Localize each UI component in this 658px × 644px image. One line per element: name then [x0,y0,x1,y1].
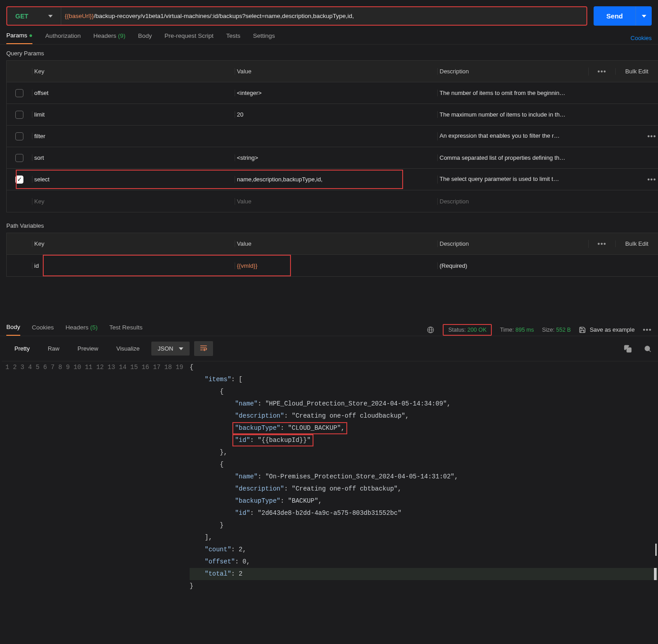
text-cursor [654,568,657,580]
param-value[interactable]: <integer> [235,90,437,96]
url-row: GET {{baseUrl}}/backup-recovery/v1beta1/… [6,6,587,26]
http-method-label: GET [15,13,28,20]
param-desc[interactable]: An expression that enables you to filter… [440,132,644,140]
row-checkbox[interactable] [15,154,23,162]
col-key: Key [32,68,235,75]
response-tab-strip: Body Cookies Headers (5) Test Results St… [0,317,658,336]
col-value: Value [235,240,437,247]
param-value[interactable]: <string> [235,154,437,161]
chevron-down-icon [642,15,646,18]
param-key[interactable]: offset [32,90,235,96]
chevron-down-icon [48,15,53,18]
more-icon[interactable]: ••• [598,240,607,248]
status-pair: Status: 200 OK [443,324,492,336]
col-value: Value [235,68,437,75]
url-input[interactable]: {{baseUrl}}/backup-recovery/v1beta1/virt… [61,7,587,25]
new-value[interactable]: Value [235,198,437,205]
view-preview[interactable]: Preview [69,341,106,356]
scrollbar-caret[interactable] [655,544,657,556]
save-as-example-button[interactable]: Save as example [579,326,635,333]
response-view-strip: Pretty Raw Preview Visualize JSON [0,336,658,361]
param-desc[interactable]: The maximum number of items to include i… [437,111,658,118]
request-tab-strip: Params ● Authorization Headers (9) Body … [0,26,658,45]
col-description: Description [437,240,588,247]
send-button[interactable]: Send [594,6,635,26]
more-icon[interactable]: ••• [647,176,656,184]
tab-authorization[interactable]: Authorization [45,32,81,44]
table-header: Key Value Description ••• Bulk Edit [7,233,658,255]
svg-line-3 [649,350,651,352]
new-key[interactable]: Key [32,198,235,205]
table-row: filter An expression that enables you to… [7,126,658,147]
param-key[interactable]: select [32,176,235,183]
svg-rect-1 [627,347,631,352]
table-row: sort <string> Comma separated list of pr… [7,147,658,169]
path-variables-table: Key Value Description ••• Bulk Edit id {… [6,233,658,277]
view-pretty[interactable]: Pretty [6,341,38,356]
path-variables-title: Path Variables [0,212,658,233]
param-desc-wrap: The select query parameter is used to li… [437,176,658,184]
response-body-viewer[interactable]: 1 2 3 4 5 6 7 8 9 10 11 12 13 14 15 16 1… [0,361,658,592]
bulk-edit-link[interactable]: Bulk Edit [615,68,658,75]
tab-headers[interactable]: Headers (9) [93,32,125,44]
row-checkbox[interactable] [15,132,23,140]
pathvar-desc[interactable]: (Required) [437,262,658,269]
pathvar-value[interactable]: {{vmId}} [235,262,437,269]
row-checkbox[interactable]: ✓ [15,176,23,184]
param-value[interactable]: name,description,backupType,id, [235,176,437,183]
row-checkbox[interactable] [15,89,23,97]
cookies-link[interactable]: Cookies [631,35,652,41]
resp-tab-body[interactable]: Body [6,324,20,336]
line-gutter: 1 2 3 4 5 6 7 8 9 10 11 12 13 14 15 16 1… [2,361,190,592]
format-select[interactable]: JSON [151,342,190,356]
view-visualize[interactable]: Visualize [108,341,148,356]
col-description: Description [437,68,588,75]
wrap-button[interactable] [194,341,213,356]
resp-tab-cookies[interactable]: Cookies [32,324,54,335]
table-row-new: Key Value Description [7,190,658,212]
resp-tab-tests[interactable]: Test Results [109,324,143,335]
new-desc[interactable]: Description [437,198,658,205]
param-value[interactable]: 20 [235,111,437,118]
send-dropdown-button[interactable] [635,6,652,26]
more-icon[interactable]: ••• [598,68,607,76]
param-desc[interactable]: Comma separated list of properties defin… [437,154,658,161]
table-row: id {{vmId}} (Required) [7,255,658,276]
query-params-title: Query Params [0,45,658,60]
view-raw[interactable]: Raw [40,341,68,356]
param-desc[interactable]: The select query parameter is used to li… [440,176,644,184]
tab-params[interactable]: Params ● [6,32,32,44]
param-key[interactable]: filter [32,133,235,140]
url-path: /backup-recovery/v1beta1/virtual-machine… [94,13,354,19]
tab-body[interactable]: Body [138,32,152,44]
table-row: ✓ select name,description,backupType,id,… [7,169,658,190]
code-body: { "items": [ { "name": "HPE_Cloud_Protec… [190,361,658,592]
resp-tab-headers[interactable]: Headers (5) [66,324,98,335]
send-button-group: Send [594,6,652,26]
time-pair: Time: 895 ms [500,327,534,333]
tab-prerequest[interactable]: Pre-request Script [164,32,213,44]
col-key: Key [32,240,235,247]
copy-icon[interactable] [624,345,632,353]
param-desc[interactable]: The number of items to omit from the beg… [437,90,658,96]
more-icon[interactable]: ••• [643,326,652,334]
param-desc-wrap: An expression that enables you to filter… [437,132,658,140]
pathvar-key[interactable]: id [32,262,235,269]
more-icon[interactable]: ••• [647,132,656,140]
http-method-select[interactable]: GET [7,7,61,25]
search-icon[interactable] [644,345,652,353]
row-checkbox[interactable] [15,111,23,119]
svg-point-2 [645,346,650,351]
tab-tests[interactable]: Tests [226,32,241,44]
globe-icon[interactable] [427,326,435,334]
bulk-edit-link[interactable]: Bulk Edit [615,240,658,247]
table-header: Key Value Description ••• Bulk Edit [7,61,658,82]
chevron-down-icon [179,347,183,350]
save-icon [579,326,586,333]
table-row: limit 20 The maximum number of items to … [7,104,658,126]
param-key[interactable]: sort [32,154,235,161]
query-params-table: Key Value Description ••• Bulk Edit offs… [6,60,658,212]
param-key[interactable]: limit [32,111,235,118]
tab-settings[interactable]: Settings [253,32,275,44]
size-pair: Size: 552 B [542,327,571,333]
